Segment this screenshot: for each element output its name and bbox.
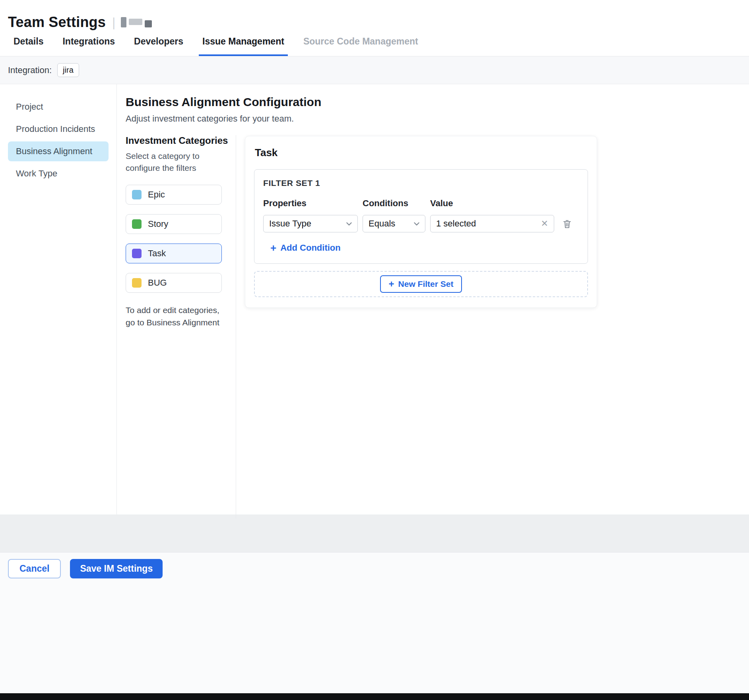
property-select-value: Issue Type bbox=[269, 219, 311, 229]
category-list: Epic Story Task BUG bbox=[126, 185, 229, 293]
categories-hint: Select a category to configure the filte… bbox=[126, 150, 229, 174]
tab-source-code-management[interactable]: Source Code Management bbox=[300, 36, 422, 56]
integration-bar: Integration: jira bbox=[0, 56, 749, 84]
column-header-conditions: Conditions bbox=[363, 198, 425, 209]
main-area: Business Alignment Configuration Adjust … bbox=[117, 84, 749, 514]
tab-integrations[interactable]: Integrations bbox=[59, 36, 118, 56]
tab-details[interactable]: Details bbox=[10, 36, 47, 56]
new-filter-set-button[interactable]: + New Filter Set bbox=[380, 275, 462, 293]
property-select[interactable]: Issue Type bbox=[263, 215, 358, 232]
value-multiselect[interactable]: 1 selected ✕ bbox=[430, 215, 554, 232]
story-color-swatch bbox=[132, 219, 142, 229]
category-label: Story bbox=[148, 219, 168, 229]
value-selected-text: 1 selected bbox=[436, 219, 476, 229]
sidebar-item-business-alignment[interactable]: Business Alignment bbox=[8, 141, 109, 161]
categories-title: Investment Categories bbox=[126, 135, 229, 146]
task-color-swatch bbox=[132, 249, 142, 258]
investment-categories-column: Investment Categories Select a category … bbox=[126, 135, 236, 518]
plus-icon: + bbox=[270, 243, 276, 253]
integration-value-chip: jira bbox=[57, 63, 79, 77]
sidebar-item-production-incidents[interactable]: Production Incidents bbox=[8, 119, 109, 139]
bug-color-swatch bbox=[132, 278, 142, 288]
new-filter-set-zone: + New Filter Set bbox=[254, 271, 588, 297]
task-filter-card: Task FILTER SET 1 Properties Conditions … bbox=[245, 136, 597, 308]
category-bug[interactable]: BUG bbox=[126, 273, 222, 293]
add-condition-button[interactable]: + Add Condition bbox=[263, 243, 341, 253]
epic-color-swatch bbox=[132, 190, 142, 199]
tab-bar: Details Integrations Developers Issue Ma… bbox=[0, 34, 749, 56]
category-epic[interactable]: Epic bbox=[126, 185, 222, 205]
categories-footnote: To add or edit categories, go to Busines… bbox=[126, 304, 223, 329]
content-footer-gap bbox=[0, 514, 749, 552]
sidebar-item-project[interactable]: Project bbox=[8, 97, 109, 117]
section-title: Business Alignment Configuration bbox=[126, 95, 749, 109]
footer-bar: Cancel Save IM Settings bbox=[0, 552, 749, 693]
category-task[interactable]: Task bbox=[126, 244, 222, 263]
category-label: Epic bbox=[148, 190, 165, 200]
sidebar-item-work-type[interactable]: Work Type bbox=[8, 164, 109, 184]
chevron-down-icon bbox=[345, 220, 353, 227]
tab-developers[interactable]: Developers bbox=[130, 36, 187, 56]
settings-sidebar: Project Production Incidents Business Al… bbox=[0, 84, 117, 514]
filter-set-1: FILTER SET 1 Properties Conditions Value… bbox=[254, 169, 588, 264]
redacted-team-name bbox=[121, 17, 152, 27]
bottom-system-bar bbox=[0, 693, 749, 700]
page-header: Team Settings | bbox=[0, 0, 749, 34]
section-subtitle: Adjust investment categories for your te… bbox=[126, 114, 749, 124]
column-header-properties: Properties bbox=[263, 198, 358, 209]
filter-panel-column: Task FILTER SET 1 Properties Conditions … bbox=[236, 135, 749, 518]
clear-value-icon[interactable]: ✕ bbox=[541, 219, 548, 229]
save-im-settings-button[interactable]: Save IM Settings bbox=[70, 559, 163, 578]
condition-select[interactable]: Equals bbox=[363, 215, 425, 232]
plus-icon: + bbox=[389, 279, 394, 289]
page-title: Team Settings bbox=[8, 14, 106, 31]
content-area: Project Production Incidents Business Al… bbox=[0, 84, 749, 514]
delete-condition-icon[interactable] bbox=[562, 219, 572, 229]
integration-label: Integration: bbox=[8, 65, 52, 75]
new-filter-set-label: New Filter Set bbox=[398, 279, 454, 289]
filter-card-title: Task bbox=[254, 147, 588, 159]
cancel-button[interactable]: Cancel bbox=[8, 559, 61, 578]
add-condition-label: Add Condition bbox=[280, 243, 341, 253]
condition-select-value: Equals bbox=[369, 219, 395, 229]
title-separator: | bbox=[112, 15, 115, 30]
tab-issue-management[interactable]: Issue Management bbox=[199, 36, 288, 56]
category-label: BUG bbox=[148, 278, 167, 288]
category-label: Task bbox=[148, 248, 166, 259]
chevron-down-icon bbox=[413, 220, 420, 227]
filter-set-title: FILTER SET 1 bbox=[263, 178, 579, 188]
column-header-value: Value bbox=[430, 198, 554, 209]
category-story[interactable]: Story bbox=[126, 214, 222, 234]
